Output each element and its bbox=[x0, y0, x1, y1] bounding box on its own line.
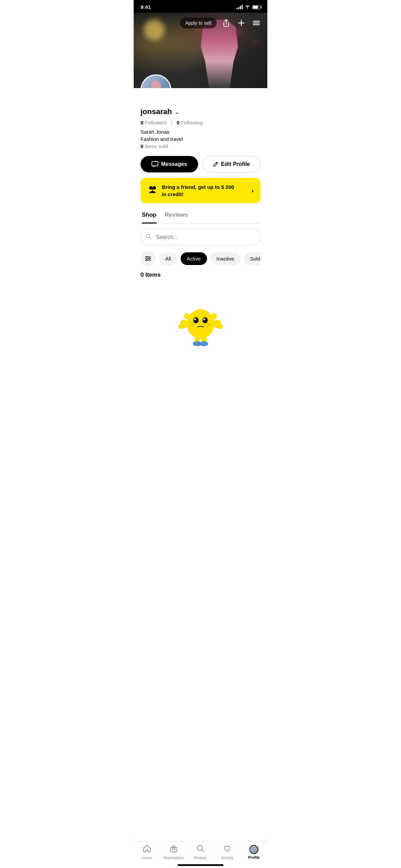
tab-shop[interactable]: Shop bbox=[142, 212, 157, 224]
search-icon bbox=[146, 234, 151, 241]
username: jonsarah bbox=[141, 107, 172, 116]
following-stat[interactable]: 0 Following bbox=[177, 120, 203, 125]
bottom-spacer bbox=[134, 355, 267, 389]
svg-point-8 bbox=[153, 186, 156, 190]
bokeh-light-1 bbox=[144, 20, 165, 40]
hero-actions: Apply to sell bbox=[180, 17, 262, 28]
bokeh-light-3 bbox=[236, 30, 242, 35]
action-buttons: Messages Edit Profile bbox=[141, 156, 260, 172]
hero-person-figure bbox=[199, 20, 240, 88]
tab-reviews[interactable]: Reviews bbox=[165, 212, 188, 224]
signal-icon bbox=[236, 5, 243, 9]
svg-point-26 bbox=[191, 323, 195, 326]
svg-point-15 bbox=[149, 258, 150, 259]
referral-text-2: in credit! bbox=[162, 191, 234, 198]
svg-point-24 bbox=[198, 323, 199, 325]
time: 9:41 bbox=[141, 4, 151, 10]
battery-icon bbox=[252, 5, 260, 9]
svg-point-18 bbox=[178, 324, 184, 329]
apply-to-sell-button[interactable]: Apply to sell bbox=[180, 17, 217, 28]
chevron-down-icon[interactable]: ⌄ bbox=[175, 109, 179, 115]
svg-point-35 bbox=[202, 342, 204, 343]
filter-inactive-button[interactable]: Inactive bbox=[210, 252, 241, 265]
avatar-wrapper bbox=[141, 74, 171, 88]
search-input[interactable] bbox=[141, 229, 260, 245]
svg-point-23 bbox=[203, 318, 205, 320]
stats-row: 0 Followers | 0 Following bbox=[141, 119, 260, 126]
referral-text-1: Bring a friend, get up to $ 200 bbox=[162, 183, 234, 191]
svg-point-37 bbox=[211, 313, 217, 320]
svg-point-36 bbox=[184, 313, 190, 320]
svg-point-16 bbox=[146, 260, 147, 261]
status-icons bbox=[236, 4, 260, 10]
filter-active-button[interactable]: Active bbox=[181, 252, 207, 265]
referral-text-wrapper: Bring a friend, get up to $ 200 in credi… bbox=[162, 183, 234, 198]
avatar bbox=[141, 74, 171, 88]
messages-button[interactable]: Messages bbox=[141, 156, 198, 172]
wifi-icon bbox=[245, 4, 250, 10]
svg-point-22 bbox=[194, 318, 196, 320]
avatar-image bbox=[142, 75, 170, 88]
referral-icon bbox=[147, 184, 158, 197]
empty-mascot-icon bbox=[173, 293, 228, 348]
search-section: All Active Inactive Sold bbox=[134, 224, 267, 266]
filter-sold-button[interactable]: Sold bbox=[244, 252, 260, 265]
svg-point-14 bbox=[146, 256, 147, 257]
referral-content: Bring a friend, get up to $ 200 in credi… bbox=[147, 183, 234, 198]
hero-section: Apply to sell bbox=[134, 13, 267, 88]
filter-all-button[interactable]: All bbox=[159, 252, 177, 265]
svg-point-25 bbox=[201, 323, 203, 325]
bokeh-light-4 bbox=[254, 40, 258, 44]
followers-stat[interactable]: 0 Followers bbox=[141, 120, 167, 125]
svg-point-20 bbox=[193, 317, 199, 323]
username-row: jonsarah ⌄ bbox=[141, 107, 260, 116]
profile-content: jonsarah ⌄ 0 Followers | 0 Following Sar… bbox=[134, 88, 267, 224]
filter-settings-button[interactable] bbox=[141, 251, 156, 266]
referral-chevron-icon: › bbox=[252, 187, 254, 194]
svg-point-0 bbox=[247, 8, 248, 9]
svg-rect-6 bbox=[152, 161, 158, 166]
svg-point-34 bbox=[195, 342, 198, 343]
stat-divider: | bbox=[171, 119, 173, 126]
status-bar: 9:41 bbox=[134, 0, 267, 13]
empty-state bbox=[134, 287, 267, 355]
menu-button[interactable] bbox=[251, 17, 262, 28]
edit-profile-button[interactable]: Edit Profile bbox=[202, 156, 260, 172]
svg-point-17 bbox=[187, 309, 214, 338]
svg-point-7 bbox=[149, 186, 153, 190]
bio: Fashion and travel bbox=[141, 136, 260, 142]
filter-row: All Active Inactive Sold bbox=[141, 251, 260, 266]
referral-banner[interactable]: Bring a friend, get up to $ 200 in credi… bbox=[141, 178, 260, 203]
items-sold: 0 items sold bbox=[141, 143, 260, 149]
add-button[interactable] bbox=[236, 17, 247, 28]
svg-point-21 bbox=[202, 317, 208, 323]
svg-point-19 bbox=[217, 324, 223, 329]
display-name: Sarah Jonas bbox=[141, 129, 260, 135]
svg-point-27 bbox=[206, 323, 210, 326]
search-wrapper bbox=[141, 229, 260, 245]
share-button[interactable] bbox=[221, 17, 232, 28]
svg-line-10 bbox=[150, 238, 151, 239]
items-count: 0 Items bbox=[134, 272, 267, 278]
shop-tabs: Shop Reviews bbox=[141, 212, 260, 224]
